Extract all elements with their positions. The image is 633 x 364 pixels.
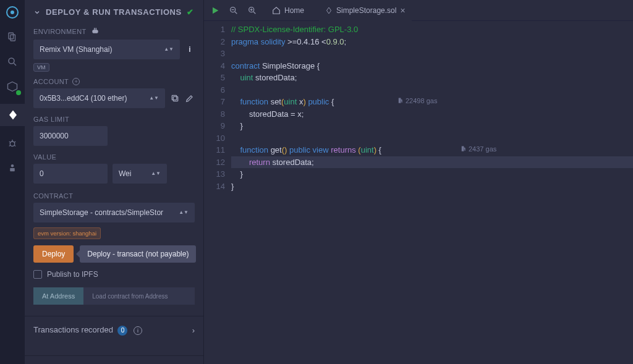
vertical-icon-bar xyxy=(0,0,25,364)
info-icon[interactable]: i xyxy=(134,326,142,335)
gas-limit-input[interactable] xyxy=(33,126,108,146)
deploy-tooltip: Deploy - transact (not payable) xyxy=(80,245,196,263)
add-account-icon[interactable]: + xyxy=(72,78,80,85)
home-icon xyxy=(272,6,281,15)
panel-title: DEPLOY & RUN TRANSACTIONS xyxy=(46,7,182,17)
deploy-run-icon[interactable] xyxy=(0,104,25,126)
remix-logo-icon[interactable] xyxy=(5,5,20,20)
env-info-icon[interactable]: i xyxy=(185,44,195,54)
svg-rect-2 xyxy=(9,33,14,39)
env-plug-icon[interactable] xyxy=(90,27,100,36)
zoom-out-icon[interactable] xyxy=(229,6,239,15)
deploy-button[interactable]: Deploy xyxy=(33,245,74,263)
contract-label: CONTRACT xyxy=(33,192,195,200)
svg-line-17 xyxy=(235,12,237,14)
editor-area: Home SimpleStorage.sol × 123456789101112… xyxy=(204,0,633,364)
zoom-in-icon[interactable] xyxy=(247,6,257,15)
svg-point-1 xyxy=(11,11,14,14)
edit-account-icon[interactable] xyxy=(185,93,195,103)
plugin-manager-icon[interactable] xyxy=(5,161,20,176)
svg-rect-13 xyxy=(10,168,15,171)
editor-toolbar: Home SimpleStorage.sol × xyxy=(204,0,633,21)
environment-label: ENVIRONMENT xyxy=(33,27,195,36)
check-icon: ✔ xyxy=(187,7,194,17)
svg-line-10 xyxy=(9,145,11,146)
deploy-panel: DEPLOY & RUN TRANSACTIONS ✔ ENVIRONMENT … xyxy=(25,0,204,364)
svg-line-11 xyxy=(14,145,15,146)
svg-line-9 xyxy=(14,142,15,143)
publish-ipfs-checkbox[interactable]: Publish to IPFS xyxy=(33,270,195,279)
environment-select[interactable]: Remix VM (Shanghai) ▲▼ xyxy=(33,40,180,59)
transactions-recorded-row[interactable]: Transactions recorded 0 i › xyxy=(33,316,195,344)
value-input[interactable] xyxy=(33,164,108,184)
svg-rect-14 xyxy=(173,96,177,101)
close-tab-icon[interactable]: × xyxy=(400,6,405,15)
value-unit-select[interactable]: Wei ▲▼ xyxy=(113,164,167,184)
svg-line-20 xyxy=(253,12,255,14)
svg-rect-3 xyxy=(11,35,15,41)
line-gutter: 1234567891011121314 xyxy=(204,21,231,364)
evm-version-pill: evm version: shanghai xyxy=(33,227,101,239)
svg-point-12 xyxy=(11,164,14,167)
chevron-right-icon: › xyxy=(192,326,195,335)
copy-account-icon[interactable] xyxy=(170,93,180,103)
vm-pill: VM xyxy=(33,63,49,72)
svg-point-4 xyxy=(9,58,14,64)
tab-home[interactable]: Home xyxy=(266,0,310,21)
tab-file-active[interactable]: SimpleStorage.sol × xyxy=(319,0,412,21)
file-explorer-icon[interactable] xyxy=(5,30,20,44)
tx-recorded-label: Transactions recorded xyxy=(33,325,113,334)
svg-rect-15 xyxy=(172,95,176,99)
account-select[interactable]: 0x5B3...eddC4 (100 ether) ▲▼ xyxy=(33,88,165,108)
contract-select[interactable]: SimpleStorage - contracts/SimpleStor ▲▼ xyxy=(33,203,195,222)
gas-limit-label: GAS LIMIT xyxy=(33,116,195,123)
compiler-icon[interactable] xyxy=(5,79,20,94)
debugger-icon[interactable] xyxy=(5,136,20,151)
chevron-down-icon[interactable] xyxy=(33,9,41,16)
solidity-file-icon xyxy=(325,7,333,14)
publish-ipfs-label: Publish to IPFS xyxy=(47,270,98,279)
tx-count-badge: 0 xyxy=(117,326,127,336)
at-address-button[interactable]: At Address xyxy=(33,287,83,305)
gas-estimate-set: 22498 gas xyxy=(397,96,437,107)
account-label: ACCOUNT + xyxy=(33,78,195,85)
value-label: VALUE xyxy=(33,153,195,161)
svg-point-6 xyxy=(10,142,15,146)
panel-header: DEPLOY & RUN TRANSACTIONS ✔ xyxy=(25,0,203,23)
load-address-input[interactable]: Load contract from Address xyxy=(83,287,195,305)
run-icon[interactable] xyxy=(210,6,220,15)
gas-estimate-get: 2437 gas xyxy=(460,144,496,155)
svg-line-5 xyxy=(14,63,16,66)
svg-line-8 xyxy=(9,142,11,143)
code-editor[interactable]: 1234567891011121314 // SPDX-License-Iden… xyxy=(204,21,633,364)
search-icon[interactable] xyxy=(5,54,20,69)
